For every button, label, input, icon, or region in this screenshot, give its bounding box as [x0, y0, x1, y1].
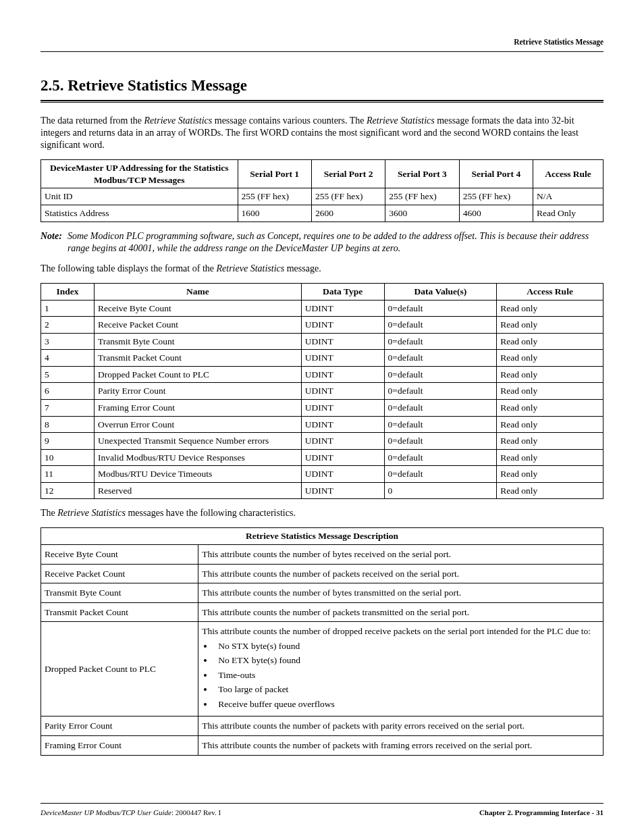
table-row: Retrieve Statistics Message Description: [41, 528, 603, 545]
page-footer: DeviceMaster UP Modbus/TCP User Guide: 2…: [41, 803, 603, 817]
table-row: Unit ID 255 (FF hex) 255 (FF hex) 255 (F…: [41, 188, 603, 205]
table-row: 12ReservedUDINT0Read only: [41, 482, 603, 499]
title-rule: [41, 100, 603, 103]
table-row: Transmit Byte CountThis attribute counts…: [41, 583, 603, 603]
table-row: 1Receive Byte CountUDINT0=defaultRead on…: [41, 300, 603, 317]
th-port4: Serial Port 4: [459, 160, 533, 188]
table-row: 3Transmit Byte CountUDINT0=defaultRead o…: [41, 333, 603, 350]
table-row: Statistics Address 1600 2600 3600 4600 R…: [41, 205, 603, 222]
intro-paragraph: The data returned from the Retrieve Stat…: [41, 115, 603, 152]
list-item: Time-outs: [214, 669, 599, 681]
footer-right: Chapter 2. Programming Interface - 31: [479, 808, 603, 817]
table-row: 11Modbus/RTU Device TimeoutsUDINT0=defau…: [41, 466, 603, 483]
note-label: Note:: [41, 230, 62, 255]
th-port3: Serial Port 3: [385, 160, 459, 188]
th-access: Access Rule: [533, 160, 603, 188]
list-item: Receive buffer queue overflows: [214, 698, 599, 710]
table-row: 9Unexpected Transmit Sequence Number err…: [41, 433, 603, 450]
table-row: Dropped Packet Count to PLCThis attribut…: [41, 622, 603, 716]
table-row: 10Invalid Modbus/RTU Device ResponsesUDI…: [41, 449, 603, 466]
table-row: DeviceMaster UP Addressing for the Stati…: [41, 160, 603, 188]
table-row: Index Name Data Type Data Value(s) Acces…: [41, 284, 603, 301]
format-table: Index Name Data Type Data Value(s) Acces…: [41, 283, 603, 499]
section-title: 2.5. Retrieve Statistics Message: [41, 76, 603, 96]
list-item: No STX byte(s) found: [214, 640, 599, 652]
note-text: Some Modicon PLC programming software, s…: [68, 230, 603, 255]
characteristics-intro: The Retrieve Statistics messages have th…: [41, 507, 603, 519]
table-row: Transmit Packet CountThis attribute coun…: [41, 602, 603, 622]
th-main: DeviceMaster UP Addressing for the Stati…: [41, 160, 238, 188]
table-row: Receive Byte CountThis attribute counts …: [41, 544, 603, 564]
table-row: 5Dropped Packet Count to PLCUDINT0=defau…: [41, 366, 603, 383]
table-row: Parity Error CountThis attribute counts …: [41, 716, 603, 736]
description-table: Retrieve Statistics Message Description …: [41, 527, 603, 755]
table-row: 8Overrun Error CountUDINT0=defaultRead o…: [41, 416, 603, 433]
table-row: 7Framing Error CountUDINT0=defaultRead o…: [41, 399, 603, 416]
th-port2: Serial Port 2: [311, 160, 385, 188]
table-row: Receive Packet CountThis attribute count…: [41, 564, 603, 583]
table-row: 2Receive Packet CountUDINT0=defaultRead …: [41, 317, 603, 334]
table-row: Framing Error CountThis attribute counts…: [41, 736, 603, 756]
list-item: Too large of packet: [214, 683, 599, 696]
th-port1: Serial Port 1: [238, 160, 311, 188]
table-row: 6Parity Error CountUDINT0=defaultRead on…: [41, 383, 603, 400]
header-rule: [41, 51, 603, 52]
format-intro: The following table displays the format …: [41, 263, 603, 275]
footer-left: DeviceMaster UP Modbus/TCP User Guide: 2…: [41, 808, 221, 817]
table-row: 4Transmit Packet CountUDINT0=defaultRead…: [41, 350, 603, 367]
list-item: No ETX byte(s) found: [214, 654, 599, 667]
note-block: Note: Some Modicon PLC programming softw…: [41, 230, 603, 255]
addressing-table: DeviceMaster UP Addressing for the Stati…: [41, 159, 603, 221]
running-header: Retrieve Statistics Message: [41, 37, 603, 47]
